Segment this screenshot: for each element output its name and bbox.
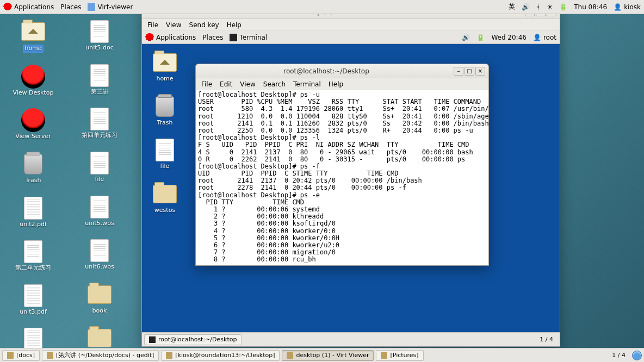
desktop-icon-label: file bbox=[160, 163, 170, 170]
terminal-icon bbox=[230, 34, 237, 41]
desktop-icon-unit2-pdf[interactable]: unit2.pdf bbox=[11, 196, 55, 228]
desktop-icon-label: home bbox=[23, 45, 43, 53]
desktop-icon-label: file bbox=[95, 176, 104, 183]
task-label: desktop (1) - Virt Viewer bbox=[296, 352, 369, 359]
user-menu[interactable]: 👤kiosk bbox=[614, 3, 641, 11]
volume-icon[interactable]: 🔊 bbox=[522, 3, 530, 11]
guest-workspace-indicator[interactable]: 1 / 4 bbox=[535, 336, 558, 343]
desktop-icon-trash[interactable]: Trash bbox=[152, 95, 178, 127]
guest-battery-icon[interactable]: 🔋 bbox=[476, 34, 485, 41]
menu-view[interactable]: View bbox=[166, 21, 181, 29]
show-desktop-button[interactable] bbox=[632, 351, 642, 360]
terminal-close-button[interactable]: × bbox=[475, 67, 485, 76]
host-bottom-panel: [docs][第六讲 (~/Desktop/docs) - gedit][kio… bbox=[0, 348, 644, 362]
task-gedit[interactable]: [第六讲 (~/Desktop/docs) - gedit] bbox=[42, 350, 159, 361]
desktop-icon-home[interactable]: home bbox=[11, 20, 55, 53]
desktop-icon-lecture3[interactable]: 第三讲 bbox=[77, 64, 122, 96]
guest-desktop[interactable]: Applications Places Terminal 🔊 🔋 Wed 20:… bbox=[142, 31, 560, 346]
ime-indicator[interactable]: 英 bbox=[509, 2, 515, 11]
redhat-icon bbox=[145, 33, 154, 42]
desktop-icon-label: unit5.wps bbox=[85, 220, 114, 227]
desktop-icon-label: Trash bbox=[157, 120, 172, 127]
window-icon bbox=[47, 352, 53, 359]
desktop-icon-view-desktop[interactable]: View Desktop bbox=[11, 65, 55, 97]
desktop-icon-label: unit6.wps bbox=[85, 264, 114, 271]
brightness-icon[interactable]: ☀ bbox=[547, 3, 553, 11]
host-workspace-indicator[interactable]: 1 / 4 bbox=[608, 352, 630, 359]
task-files[interactable]: [kiosk@foundation13:~/Desktop] bbox=[161, 350, 280, 361]
terminal-menu-search[interactable]: Search bbox=[263, 80, 286, 88]
terminal-menu-edit[interactable]: Edit bbox=[220, 80, 232, 88]
desktop-icon-label: unit5.doc bbox=[85, 45, 114, 52]
desktop-icon-file[interactable]: file bbox=[77, 151, 122, 183]
terminal-window[interactable]: root@localhost:~/Desktop – □ × FileEditV… bbox=[195, 64, 489, 266]
desktop-icon-label: View Desktop bbox=[13, 90, 54, 97]
guest-top-panel: Applications Places Terminal 🔊 🔋 Wed 20:… bbox=[142, 31, 560, 44]
maximize-button[interactable]: □ bbox=[536, 14, 546, 16]
guest-volume-icon[interactable]: 🔊 bbox=[462, 34, 470, 41]
desktop-icon-unit6-wps[interactable]: unit6.wps bbox=[77, 239, 122, 271]
task-virt[interactable]: desktop (1) - Virt Viewer bbox=[282, 350, 374, 361]
guest-task-terminal[interactable]: root@localhost:~/Desktop bbox=[144, 334, 242, 345]
desktop-icon-unit4-pdf[interactable]: unit4.pdf bbox=[11, 327, 55, 348]
host-desktop[interactable]: homeView DesktopView ServerTrashunit2.pd… bbox=[0, 14, 644, 348]
desktop-icon-folder-second[interactable]: 第二单元练习 bbox=[11, 240, 55, 272]
guest-user-label: root bbox=[543, 34, 556, 41]
window-icon bbox=[381, 352, 387, 359]
menu-help[interactable]: Help bbox=[227, 21, 242, 29]
guest-user-menu[interactable]: 👤root bbox=[533, 34, 556, 41]
desktop-icon-label: View Server bbox=[15, 133, 51, 140]
desktop-icon-label: westos bbox=[154, 207, 175, 214]
terminal-titlebar[interactable]: root@localhost:~/Desktop – □ × bbox=[196, 64, 488, 78]
terminal-output: [root@localhost Desktop]# ps -u USER PID… bbox=[196, 90, 488, 265]
menu-file[interactable]: File bbox=[147, 21, 158, 29]
desktop-icon-westos[interactable]: westos bbox=[152, 182, 178, 214]
desktop-icon-file[interactable]: file bbox=[152, 138, 178, 170]
terminal-menu-terminal[interactable]: Terminal bbox=[293, 80, 321, 88]
terminal-menu-view[interactable]: View bbox=[240, 80, 255, 88]
guest-applications-label: Applications bbox=[156, 34, 196, 41]
clock[interactable]: Thu 08:46 bbox=[574, 3, 607, 11]
guest-applications-menu[interactable]: Applications bbox=[145, 33, 196, 42]
task-pictures[interactable]: [Pictures] bbox=[376, 350, 423, 361]
applications-menu[interactable]: Applications bbox=[3, 3, 54, 11]
active-app-indicator[interactable]: Virt-viewer bbox=[88, 3, 133, 11]
virt-viewer-window[interactable]: desktop (1) - Virt Viewer – □ × FileView… bbox=[141, 14, 560, 347]
desktop-icon-home[interactable]: home bbox=[152, 51, 178, 83]
terminal-body[interactable]: [root@localhost Desktop]# ps -u USER PID… bbox=[196, 90, 488, 265]
desktop-icon-unit3-pdf[interactable]: unit3.pdf bbox=[11, 284, 55, 316]
window-title: desktop (1) - Virt Viewer bbox=[145, 14, 525, 16]
virt-viewer-titlebar[interactable]: desktop (1) - Virt Viewer – □ × bbox=[142, 14, 560, 19]
guest-task-label: root@localhost:~/Desktop bbox=[158, 336, 237, 343]
terminal-menu-file[interactable]: File bbox=[201, 80, 212, 88]
window-icon bbox=[166, 352, 172, 359]
desktop-icon-docs[interactable]: docs bbox=[77, 326, 122, 348]
desktop-icon-unit5-doc[interactable]: unit5.doc bbox=[77, 20, 122, 52]
desktop-icon-book[interactable]: book bbox=[77, 283, 122, 315]
battery-icon[interactable]: 🔋 bbox=[559, 3, 567, 11]
terminal-menu-help[interactable]: Help bbox=[329, 80, 343, 88]
window-icon bbox=[7, 352, 14, 359]
desktop-icon-unit4-ex[interactable]: 第四单元练习 bbox=[77, 107, 122, 139]
menu-send-key[interactable]: Send key bbox=[189, 21, 219, 29]
bluetooth-icon[interactable]: ᚼ bbox=[536, 3, 540, 11]
desktop-icon-unit5-wps[interactable]: unit5.wps bbox=[77, 195, 122, 227]
places-menu[interactable]: Places bbox=[60, 3, 81, 11]
terminal-menubar: FileEditViewSearchTerminalHelp bbox=[196, 78, 488, 90]
guest-places-menu[interactable]: Places bbox=[202, 34, 223, 41]
minimize-button[interactable]: – bbox=[525, 14, 535, 16]
desktop-icon-view-server[interactable]: View Server bbox=[11, 108, 55, 140]
task-label: [第六讲 (~/Desktop/docs) - gedit] bbox=[56, 351, 154, 359]
desktop-icon-trash[interactable]: Trash bbox=[11, 152, 55, 184]
guest-clock[interactable]: Wed 20:46 bbox=[491, 34, 527, 41]
redhat-icon bbox=[3, 3, 12, 11]
terminal-maximize-button[interactable]: □ bbox=[465, 67, 474, 76]
task-label: [kiosk@foundation13:~/Desktop] bbox=[175, 352, 275, 359]
task-docs[interactable]: [docs] bbox=[2, 350, 40, 361]
terminal-minimize-button[interactable]: – bbox=[454, 67, 463, 76]
close-button[interactable]: × bbox=[547, 14, 556, 16]
desktop-icon-label: book bbox=[92, 308, 107, 315]
user-label: kiosk bbox=[624, 3, 641, 11]
guest-active-app[interactable]: Terminal bbox=[230, 34, 267, 41]
desktop-icon-label: Trash bbox=[25, 177, 41, 184]
